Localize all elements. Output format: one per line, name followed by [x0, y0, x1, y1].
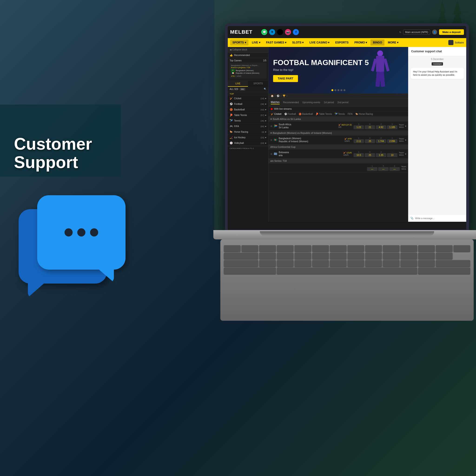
team2-t10 [270, 168, 367, 170]
football-icon: ⚽ [230, 102, 233, 105]
chat-date: 5 December [408, 56, 466, 62]
filter-basketball[interactable]: 🏀 Basketball [299, 113, 313, 115]
m2-odds-s[interactable]: 2.096 [387, 139, 397, 143]
nav-bingo[interactable]: BINGO [371, 39, 384, 46]
dot-4[interactable] [343, 89, 345, 91]
sport-tennis[interactable]: 🎾 Tennis (35) ▾ [228, 118, 268, 124]
x-icon[interactable]: ✕ [277, 29, 283, 35]
expand-icon-2[interactable]: ▾ [405, 139, 406, 141]
score-1: 🏏 82/3 (27.0) 0/0 [339, 124, 352, 128]
chat-input[interactable] [415, 217, 464, 220]
top-games-header: Top Games 1/5 [230, 59, 266, 62]
key-shift-l [224, 260, 258, 267]
volleyball-label: Volleyball [234, 142, 244, 144]
key-m [365, 260, 382, 267]
key-shift-r [436, 260, 470, 267]
sport-fifa[interactable]: 🎮 FIFA (65) ▾ [228, 124, 268, 129]
m4-odds-1[interactable]: — [367, 167, 377, 171]
matches-nav: Matches Recommended Upcoming events 1st … [269, 99, 408, 106]
upcoming-tab[interactable]: Upcoming events [302, 101, 320, 104]
m3-odds-2[interactable]: 1.35 [376, 153, 386, 157]
odds-x-btn[interactable]: 21 [365, 125, 375, 129]
team1-sa: South Africa [279, 123, 337, 126]
dot-2[interactable] [338, 89, 339, 91]
second-period-tab[interactable]: 2nd period [338, 101, 348, 104]
matches-tab[interactable]: Matches [271, 101, 280, 104]
nav-sports[interactable]: SPORTS ▾ [230, 39, 248, 46]
sports-tab[interactable]: SPORTS [248, 81, 268, 87]
instagram-icon[interactable]: 📷 [285, 29, 291, 35]
star-icon-3[interactable]: ☆ [270, 153, 272, 155]
whatsapp-icon[interactable]: 💬 [261, 29, 267, 35]
dot-active[interactable] [331, 89, 333, 91]
top-game-item[interactable]: Bangladesh (Women) vs Repub... Event in … [230, 63, 266, 79]
collapse-header[interactable]: ◀ Collapse block [228, 47, 268, 52]
nav-fast-games[interactable]: FAST GAMES ▾ [264, 39, 289, 46]
sport-table-tennis[interactable]: 🏓 Table Tennis (57) ▾ [228, 113, 268, 118]
key-o [365, 245, 382, 252]
filter-table-tennis[interactable]: 🏓 Table Tennis [316, 113, 332, 115]
m4-odds-x[interactable]: — [378, 167, 389, 171]
key-ctrl-r [418, 268, 470, 274]
recommended-label: Recommended [234, 54, 250, 56]
basketball-label: Basketball [234, 108, 245, 111]
nav-live-casino[interactable]: LIVE CASINO ▾ [307, 39, 332, 46]
expand-icon-3[interactable]: ▾ [405, 153, 406, 155]
filter-tennis[interactable]: 🎾 Tennis [335, 113, 345, 115]
dot-3[interactable] [340, 89, 342, 91]
account-button[interactable]: Main account (NPR) [403, 30, 430, 35]
sport-horse-racing[interactable]: 🐎 Horse Racing (4) ▾ [228, 129, 268, 135]
score-second: 0/0 [339, 126, 341, 128]
filter-horse-racing[interactable]: 🐎 Horse Racing [355, 113, 373, 115]
m3-odds-s[interactable]: 10 [387, 153, 397, 157]
live-tab[interactable]: LIVE [228, 81, 248, 87]
sport-basketball[interactable]: 🏀 Basketball (42) ▾ [228, 107, 268, 113]
filter-fifa[interactable]: FIFA [348, 113, 353, 115]
sport-volleyball[interactable]: 🏐 Volleyball (19) ▾ [228, 140, 268, 146]
top-game-flags: 🇧🇩 Bangladesh (Women) [231, 69, 265, 72]
sport-football[interactable]: ⚽ Football (36) ▾ [228, 101, 268, 107]
teams-4 [270, 165, 367, 171]
deposit-button[interactable]: Make a deposit [439, 29, 464, 35]
nav-esports[interactable]: ESPORTS [333, 39, 351, 46]
main-nav: SPORTS ▾ LIVE ▾ FAST GAMES ▾ SLOTS ▾ LIV… [228, 38, 466, 47]
nav-promo[interactable]: PROMO ▾ [352, 39, 370, 46]
cricket-expand: ▾ [265, 97, 266, 100]
facebook-icon[interactable]: f [293, 29, 299, 35]
odds-s-btn[interactable]: 1.185 [387, 125, 397, 129]
m3-odds-1[interactable]: 10.5 [354, 153, 364, 157]
take-part-button[interactable]: TAKE PART [273, 75, 298, 82]
m2-odds-x[interactable]: 25 [365, 139, 375, 143]
chat-message: Hey! I'm your Virtual Help Assistant and… [411, 68, 464, 79]
nav-live[interactable]: LIVE ▾ [250, 39, 263, 46]
filter-cricket[interactable]: 🏏 Cricket [271, 113, 281, 115]
odds-1-btn[interactable]: 1.23 [354, 125, 364, 129]
chat-panel: Customer support chat 5 December Assista… [408, 47, 466, 222]
score-3: 🏏 121/6 185/5 [343, 152, 352, 156]
m3-odds-x[interactable]: 25 [365, 153, 375, 157]
nav-more[interactable]: MORE ▾ [386, 39, 401, 46]
m2-odds-2[interactable]: 1.744 [376, 139, 386, 143]
breadcrumb-sep2: › [281, 95, 281, 97]
m4-odds-2[interactable]: — [389, 167, 400, 171]
sport-filter-tabs: 🏏 Cricket ⚽ Football 🏀 Basketball 🏓 Tabl… [269, 112, 408, 117]
odds-col-2: 2 4.92 [376, 123, 386, 129]
search-icon[interactable]: 🔍 [264, 88, 266, 91]
odds-2-btn[interactable]: 4.92 [376, 125, 386, 129]
m2-odds-1[interactable]: 2.11 [354, 139, 364, 143]
star-icon-1[interactable]: ☆ [270, 125, 272, 127]
nav-slots[interactable]: SLOTS ▾ [290, 39, 306, 46]
recommended-tab[interactable]: Recommended [283, 101, 299, 104]
top-games-pagination: 1/5 [263, 59, 266, 62]
telegram-icon[interactable]: ✈ [269, 29, 275, 35]
sport-cricket[interactable]: 🏏 Cricket (33) ▾ [228, 96, 268, 101]
first-period-tab[interactable]: 1st period [324, 101, 334, 104]
dot-1[interactable] [334, 89, 336, 91]
expand-icon-1[interactable]: ▾ [405, 125, 406, 127]
star-icon-2[interactable]: ☆ [270, 139, 272, 141]
odds-col-x: X 21 [365, 123, 375, 129]
horse-racing-count: (4) [262, 131, 264, 133]
sport-ice-hockey[interactable]: 🏒 Ice Hockey (15) ▾ [228, 135, 268, 140]
filter-football[interactable]: ⚽ Football [284, 113, 296, 115]
melbet-header: MELBET 💬 ✈ ✕ 📷 f ↻ Main account (NPR) 👤 … [228, 26, 466, 38]
